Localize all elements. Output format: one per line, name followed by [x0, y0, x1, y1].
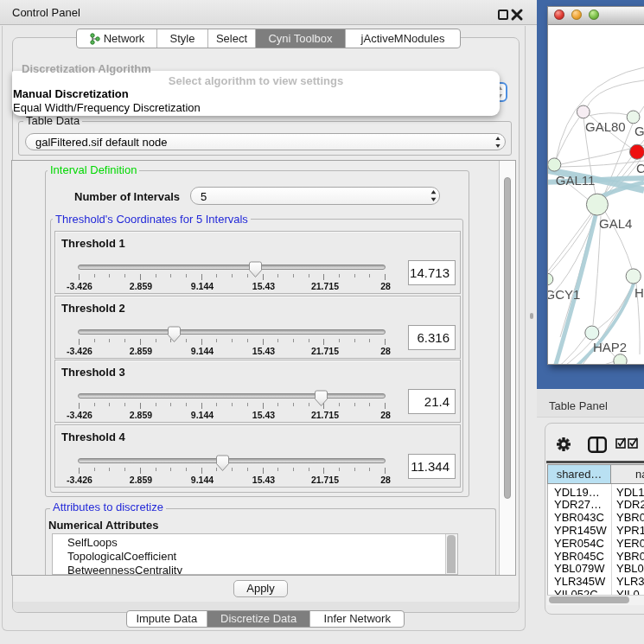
- svg-text:H: H: [634, 285, 644, 300]
- svg-text:GAL4: GAL4: [599, 216, 632, 231]
- svg-text:HAP2: HAP2: [593, 340, 627, 354]
- svg-text:GAL11: GAL11: [556, 173, 596, 188]
- svg-text:GA: GA: [634, 124, 644, 138]
- svg-text:GCY1: GCY1: [548, 287, 580, 302]
- svg-text:C: C: [636, 161, 644, 175]
- svg-text:GAL80: GAL80: [585, 119, 626, 134]
